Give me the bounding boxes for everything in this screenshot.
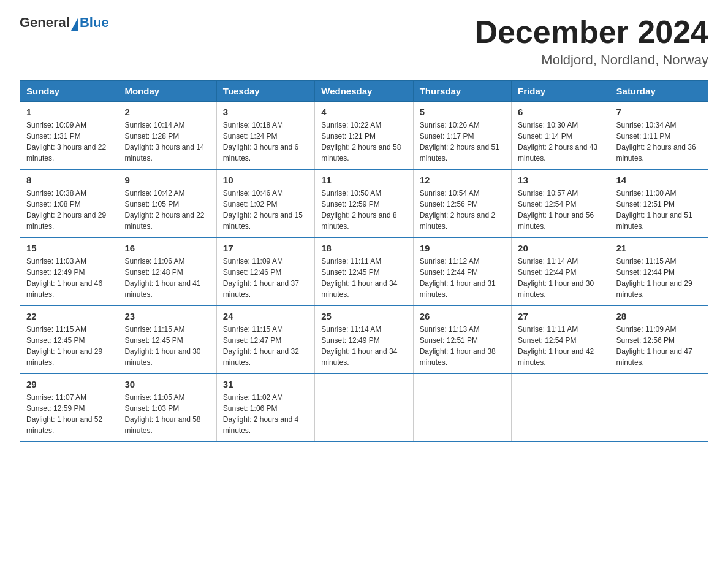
calendar-cell: 30 Sunrise: 11:05 AMSunset: 1:03 PMDayli… bbox=[118, 373, 216, 442]
calendar-cell: 6 Sunrise: 10:30 AMSunset: 1:14 PMDaylig… bbox=[512, 102, 610, 170]
calendar-cell: 24 Sunrise: 11:15 AMSunset: 12:47 PMDayl… bbox=[216, 305, 314, 373]
day-info: Sunrise: 11:02 AMSunset: 1:06 PMDaylight… bbox=[223, 393, 298, 435]
day-info: Sunrise: 11:09 AMSunset: 12:46 PMDayligh… bbox=[223, 257, 299, 299]
day-number: 15 bbox=[26, 243, 112, 253]
day-number: 21 bbox=[616, 243, 702, 253]
month-year-title: December 2024 bbox=[474, 15, 708, 50]
day-number: 12 bbox=[420, 175, 505, 185]
calendar-cell: 1 Sunrise: 10:09 AMSunset: 1:31 PMDaylig… bbox=[20, 102, 118, 170]
day-number: 3 bbox=[223, 107, 308, 117]
day-number: 22 bbox=[26, 311, 112, 321]
day-number: 28 bbox=[616, 311, 702, 321]
calendar-cell: 3 Sunrise: 10:18 AMSunset: 1:24 PMDaylig… bbox=[216, 102, 314, 170]
day-info: Sunrise: 10:30 AMSunset: 1:14 PMDaylight… bbox=[518, 121, 597, 163]
logo-general-text: General bbox=[20, 15, 70, 31]
day-number: 14 bbox=[616, 175, 702, 185]
day-info: Sunrise: 10:14 AMSunset: 1:28 PMDaylight… bbox=[124, 121, 204, 163]
calendar-cell: 16 Sunrise: 11:06 AMSunset: 12:48 PMDayl… bbox=[118, 237, 216, 305]
calendar-cell: 5 Sunrise: 10:26 AMSunset: 1:17 PMDaylig… bbox=[413, 102, 511, 170]
day-number: 13 bbox=[518, 175, 603, 185]
day-number: 26 bbox=[420, 311, 505, 321]
day-number: 16 bbox=[124, 243, 210, 253]
weekday-header-friday: Friday bbox=[512, 81, 610, 102]
calendar-table: SundayMondayTuesdayWednesdayThursdayFrid… bbox=[20, 80, 708, 442]
day-info: Sunrise: 11:05 AMSunset: 1:03 PMDaylight… bbox=[124, 393, 200, 435]
calendar-cell: 8 Sunrise: 10:38 AMSunset: 1:08 PMDaylig… bbox=[20, 169, 118, 237]
day-number: 11 bbox=[321, 175, 406, 185]
day-info: Sunrise: 10:09 AMSunset: 1:31 PMDaylight… bbox=[26, 121, 106, 163]
day-number: 27 bbox=[518, 311, 603, 321]
calendar-cell: 29 Sunrise: 11:07 AMSunset: 12:59 PMDayl… bbox=[20, 373, 118, 442]
calendar-cell bbox=[315, 373, 413, 442]
day-number: 9 bbox=[124, 175, 210, 185]
day-number: 7 bbox=[616, 107, 702, 117]
weekday-header-saturday: Saturday bbox=[610, 81, 708, 102]
day-info: Sunrise: 11:14 AMSunset: 12:44 PMDayligh… bbox=[518, 257, 594, 299]
day-info: Sunrise: 11:14 AMSunset: 12:49 PMDayligh… bbox=[321, 325, 397, 367]
calendar-cell: 25 Sunrise: 11:14 AMSunset: 12:49 PMDayl… bbox=[315, 305, 413, 373]
calendar-cell: 14 Sunrise: 11:00 AMSunset: 12:51 PMDayl… bbox=[610, 169, 708, 237]
calendar-cell: 26 Sunrise: 11:13 AMSunset: 12:51 PMDayl… bbox=[413, 305, 511, 373]
day-info: Sunrise: 11:03 AMSunset: 12:49 PMDayligh… bbox=[26, 257, 102, 299]
weekday-header-thursday: Thursday bbox=[413, 81, 511, 102]
day-number: 6 bbox=[518, 107, 603, 117]
logo-blue-text: Blue bbox=[80, 15, 109, 31]
day-info: Sunrise: 11:15 AMSunset: 12:45 PMDayligh… bbox=[124, 325, 200, 367]
logo-triangle-icon bbox=[71, 17, 78, 31]
day-number: 25 bbox=[321, 311, 406, 321]
calendar-cell: 4 Sunrise: 10:22 AMSunset: 1:21 PMDaylig… bbox=[315, 102, 413, 170]
day-info: Sunrise: 11:15 AMSunset: 12:47 PMDayligh… bbox=[223, 325, 299, 367]
logo: General Blue bbox=[20, 15, 109, 31]
calendar-cell: 17 Sunrise: 11:09 AMSunset: 12:46 PMDayl… bbox=[216, 237, 314, 305]
calendar-cell: 31 Sunrise: 11:02 AMSunset: 1:06 PMDayli… bbox=[216, 373, 314, 442]
day-number: 30 bbox=[124, 379, 210, 389]
day-number: 20 bbox=[518, 243, 603, 253]
day-number: 4 bbox=[321, 107, 406, 117]
day-info: Sunrise: 10:38 AMSunset: 1:08 PMDaylight… bbox=[26, 189, 106, 231]
calendar-cell: 23 Sunrise: 11:15 AMSunset: 12:45 PMDayl… bbox=[118, 305, 216, 373]
calendar-cell bbox=[512, 373, 610, 442]
calendar-header: SundayMondayTuesdayWednesdayThursdayFrid… bbox=[20, 81, 708, 102]
day-info: Sunrise: 10:34 AMSunset: 1:11 PMDaylight… bbox=[616, 121, 696, 163]
calendar-cell: 13 Sunrise: 10:57 AMSunset: 12:54 PMDayl… bbox=[512, 169, 610, 237]
calendar-cell: 15 Sunrise: 11:03 AMSunset: 12:49 PMDayl… bbox=[20, 237, 118, 305]
day-number: 24 bbox=[223, 311, 308, 321]
calendar-cell: 19 Sunrise: 11:12 AMSunset: 12:44 PMDayl… bbox=[413, 237, 511, 305]
weekday-header-wednesday: Wednesday bbox=[315, 81, 413, 102]
day-info: Sunrise: 11:15 AMSunset: 12:44 PMDayligh… bbox=[616, 257, 692, 299]
day-number: 29 bbox=[26, 379, 112, 389]
day-info: Sunrise: 11:13 AMSunset: 12:51 PMDayligh… bbox=[420, 325, 496, 367]
day-info: Sunrise: 10:18 AMSunset: 1:24 PMDaylight… bbox=[223, 121, 298, 163]
day-info: Sunrise: 10:22 AMSunset: 1:21 PMDaylight… bbox=[321, 121, 401, 163]
day-info: Sunrise: 10:26 AMSunset: 1:17 PMDaylight… bbox=[420, 121, 499, 163]
day-number: 18 bbox=[321, 243, 406, 253]
weekday-header-row: SundayMondayTuesdayWednesdayThursdayFrid… bbox=[20, 81, 708, 102]
day-info: Sunrise: 11:11 AMSunset: 12:54 PMDayligh… bbox=[518, 325, 594, 367]
day-number: 23 bbox=[124, 311, 210, 321]
calendar-cell: 22 Sunrise: 11:15 AMSunset: 12:45 PMDayl… bbox=[20, 305, 118, 373]
calendar-week-row: 15 Sunrise: 11:03 AMSunset: 12:49 PMDayl… bbox=[20, 237, 708, 305]
day-number: 8 bbox=[26, 175, 112, 185]
day-info: Sunrise: 10:57 AMSunset: 12:54 PMDayligh… bbox=[518, 189, 594, 231]
location-subtitle: Moldjord, Nordland, Norway bbox=[474, 52, 708, 68]
day-info: Sunrise: 11:09 AMSunset: 12:56 PMDayligh… bbox=[616, 325, 692, 367]
calendar-week-row: 29 Sunrise: 11:07 AMSunset: 12:59 PMDayl… bbox=[20, 373, 708, 442]
calendar-cell: 28 Sunrise: 11:09 AMSunset: 12:56 PMDayl… bbox=[610, 305, 708, 373]
calendar-cell: 2 Sunrise: 10:14 AMSunset: 1:28 PMDaylig… bbox=[118, 102, 216, 170]
weekday-header-monday: Monday bbox=[118, 81, 216, 102]
weekday-header-sunday: Sunday bbox=[20, 81, 118, 102]
day-info: Sunrise: 11:15 AMSunset: 12:45 PMDayligh… bbox=[26, 325, 102, 367]
calendar-cell bbox=[610, 373, 708, 442]
page-header: General Blue December 2024 Moldjord, Nor… bbox=[20, 15, 708, 68]
day-info: Sunrise: 10:54 AMSunset: 12:56 PMDayligh… bbox=[420, 189, 495, 231]
weekday-header-tuesday: Tuesday bbox=[216, 81, 314, 102]
calendar-week-row: 8 Sunrise: 10:38 AMSunset: 1:08 PMDaylig… bbox=[20, 169, 708, 237]
calendar-cell: 12 Sunrise: 10:54 AMSunset: 12:56 PMDayl… bbox=[413, 169, 511, 237]
day-info: Sunrise: 10:50 AMSunset: 12:59 PMDayligh… bbox=[321, 189, 396, 231]
day-info: Sunrise: 11:12 AMSunset: 12:44 PMDayligh… bbox=[420, 257, 496, 299]
calendar-week-row: 1 Sunrise: 10:09 AMSunset: 1:31 PMDaylig… bbox=[20, 102, 708, 170]
day-number: 10 bbox=[223, 175, 308, 185]
day-info: Sunrise: 11:07 AMSunset: 12:59 PMDayligh… bbox=[26, 393, 102, 435]
calendar-cell: 21 Sunrise: 11:15 AMSunset: 12:44 PMDayl… bbox=[610, 237, 708, 305]
calendar-cell: 10 Sunrise: 10:46 AMSunset: 1:02 PMDayli… bbox=[216, 169, 314, 237]
